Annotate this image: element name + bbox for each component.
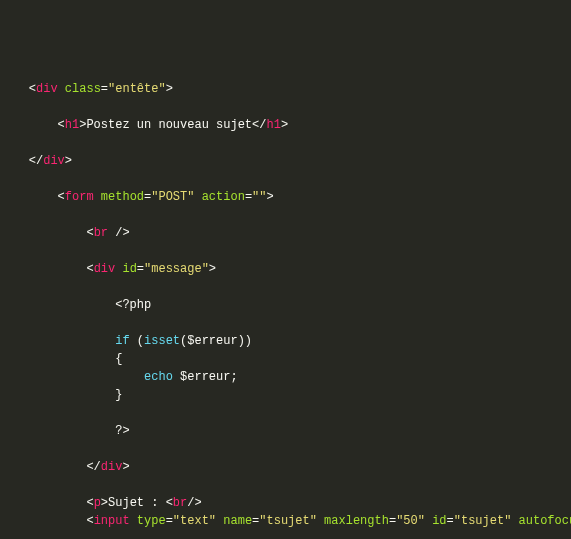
token-text [94,190,101,204]
token-str: "tsujet" [454,514,512,528]
token-text: ( [130,334,144,348]
token-bracket: < [58,118,65,132]
token-bracket: /> [187,496,201,510]
token-text: Postez un nouveau sujet [86,118,252,132]
token-attr: type [137,514,166,528]
code-editor[interactable]: <div class="entête"> <h1>Postez un nouve… [0,80,571,539]
code-line[interactable]: ?> [0,422,571,440]
token-bracket: < [86,262,93,276]
code-line[interactable] [0,170,571,188]
token-bracket: < [86,496,93,510]
token-bracket: </ [29,154,43,168]
token-tag: input [94,514,130,528]
token-text [194,190,201,204]
token-attr: action [202,190,245,204]
token-bracket: > [166,82,173,96]
token-text [58,82,65,96]
code-line[interactable]: <h1>Postez un nouveau sujet</h1> [0,116,571,134]
token-bracket: > [281,118,288,132]
code-line[interactable]: <?php [0,296,571,314]
token-op: = [245,190,252,204]
token-attr: maxlength [324,514,389,528]
token-attr: id [432,514,446,528]
token-bracket: > [65,154,72,168]
token-bracket: < [29,82,36,96]
code-line[interactable] [0,278,571,296]
token-tag: br [173,496,187,510]
token-attr: id [122,262,136,276]
token-op: = [101,82,108,96]
token-text: $erreur; [173,370,238,384]
code-line[interactable]: </div> [0,458,571,476]
code-line[interactable]: if (isset($erreur)) [0,332,571,350]
code-line[interactable]: </div> [0,152,571,170]
token-str: "tsujet" [259,514,317,528]
token-op: = [447,514,454,528]
token-attr: name [223,514,252,528]
code-line[interactable] [0,242,571,260]
token-keyword: echo [144,370,173,384]
code-line[interactable]: } [0,386,571,404]
token-tag: div [94,262,116,276]
code-line[interactable] [0,134,571,152]
code-line[interactable] [0,98,571,116]
token-php-tag: <?php [115,298,151,312]
code-line[interactable]: { [0,350,571,368]
token-tag: div [101,460,123,474]
token-attr: method [101,190,144,204]
token-bracket: /> [115,226,129,240]
token-bracket: </ [86,460,100,474]
token-tag: br [94,226,108,240]
token-tag: h1 [266,118,280,132]
token-tag: div [36,82,58,96]
code-line[interactable] [0,530,571,539]
token-text: ($erreur)) [180,334,252,348]
code-line[interactable] [0,476,571,494]
token-op: = [137,262,144,276]
token-str: "entête" [108,82,166,96]
token-op: = [166,514,173,528]
token-php-tag: ?> [115,424,129,438]
code-line[interactable]: <br /> [0,224,571,242]
code-line[interactable] [0,314,571,332]
token-str: "" [252,190,266,204]
token-str: "message" [144,262,209,276]
token-str: "POST" [151,190,194,204]
token-bracket: < [166,496,173,510]
code-line[interactable]: <p>Sujet : <br/> [0,494,571,512]
code-line[interactable] [0,440,571,458]
token-bracket: < [86,226,93,240]
token-attr: autofocus [519,514,571,528]
code-line[interactable]: echo $erreur; [0,368,571,386]
token-tag: form [65,190,94,204]
code-line[interactable] [0,206,571,224]
code-line[interactable]: <input type="text" name="tsujet" maxleng… [0,512,571,530]
token-tag: h1 [65,118,79,132]
token-text [130,514,137,528]
code-line[interactable] [0,404,571,422]
token-bracket: > [122,460,129,474]
token-text [511,514,518,528]
code-line[interactable]: <form method="POST" action=""> [0,188,571,206]
token-bracket: > [209,262,216,276]
code-line[interactable]: <div id="message"> [0,260,571,278]
code-line[interactable]: <div class="entête"> [0,80,571,98]
token-punct: } [115,388,122,402]
token-bracket: > [267,190,274,204]
token-attr: class [65,82,101,96]
token-punct: { [115,352,122,366]
token-tag: div [43,154,65,168]
token-bracket: </ [252,118,266,132]
token-str: "text" [173,514,216,528]
token-bracket: > [101,496,108,510]
token-bracket: < [86,514,93,528]
token-keyword: if [115,334,129,348]
token-bracket: < [58,190,65,204]
token-func: isset [144,334,180,348]
token-tag: p [94,496,101,510]
token-str: "50" [396,514,425,528]
token-text: Sujet : [108,496,166,510]
